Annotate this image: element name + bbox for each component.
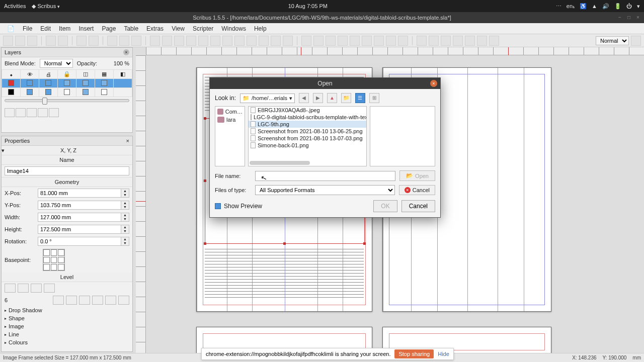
dialog-titlebar[interactable]: Open × <box>210 78 440 89</box>
file-item[interactable]: Simone-back-01.png <box>249 142 366 149</box>
filename-input[interactable] <box>255 171 395 181</box>
file-item[interactable]: LGC-9-digital-tabloid-scribus-template-w… <box>249 114 366 121</box>
path-selector[interactable]: 📁 /home/…erials ▾ <box>240 94 295 103</box>
ok-icon: 📂 <box>406 172 413 179</box>
cancel-icon: × <box>405 187 411 193</box>
file-item[interactable]: Screenshot from 2021-08-10 13-06-25.png <box>249 128 366 135</box>
home-icon <box>217 117 224 123</box>
show-preview-label[interactable]: Show Preview <box>224 203 262 210</box>
place-home[interactable]: lara <box>216 116 244 124</box>
file-icon <box>251 121 256 127</box>
detail-view-button[interactable]: ⊞ <box>369 93 379 103</box>
file-item[interactable]: LGC-9th.png <box>249 121 366 128</box>
place-computer[interactable]: Com… <box>216 108 244 116</box>
folder-icon: 📁 <box>243 95 250 102</box>
filetype-cancel-button[interactable]: ×Cancel <box>399 185 435 195</box>
dialog-ok-button[interactable]: OK <box>373 200 397 212</box>
preview-pane <box>370 106 435 166</box>
nav-back-button[interactable]: ◀ <box>299 93 309 103</box>
dialog-cancel-button[interactable]: Cancel <box>401 200 435 212</box>
file-icon <box>251 107 256 113</box>
file-icon <box>251 135 256 141</box>
open-ok-button[interactable]: 📂Open <box>399 170 435 181</box>
look-in-label: Look in: <box>215 95 236 102</box>
file-list[interactable]: E8RGJJ9X0AQAd8-.jpegLGC-9-digital-tabloi… <box>248 106 367 166</box>
filetype-label: Files of type: <box>215 187 251 193</box>
places-sidebar[interactable]: Com… lara <box>215 106 245 166</box>
list-view-button[interactable]: ☰ <box>355 93 365 103</box>
open-dialog: Open × Look in: 📁 /home/…erials ▾ ◀ ▶ ▲ … <box>209 77 441 218</box>
file-list-scrollbar[interactable] <box>250 161 310 165</box>
show-preview-checkbox[interactable] <box>215 203 221 209</box>
file-icon <box>251 128 256 134</box>
nav-up-button[interactable]: ▲ <box>327 93 337 103</box>
filename-label: File name: <box>215 173 251 179</box>
dialog-title: Open <box>317 80 332 87</box>
nav-forward-button[interactable]: ▶ <box>313 93 323 103</box>
dialog-overlay: Open × Look in: 📁 /home/…erials ▾ ◀ ▶ ▲ … <box>0 0 644 362</box>
file-icon <box>251 142 256 148</box>
filetype-select[interactable]: All Supported Formats <box>255 185 395 195</box>
file-item[interactable]: Screenshot from 2021-08-10 13-07-03.png <box>249 135 366 142</box>
file-item[interactable]: E8RGJJ9X0AQAd8-.jpeg <box>249 107 366 114</box>
computer-icon <box>217 109 223 115</box>
file-icon <box>251 114 252 120</box>
new-folder-button[interactable]: 📁 <box>341 93 351 103</box>
dialog-close-icon[interactable]: × <box>430 80 437 87</box>
chevron-down-icon: ▾ <box>289 95 292 102</box>
